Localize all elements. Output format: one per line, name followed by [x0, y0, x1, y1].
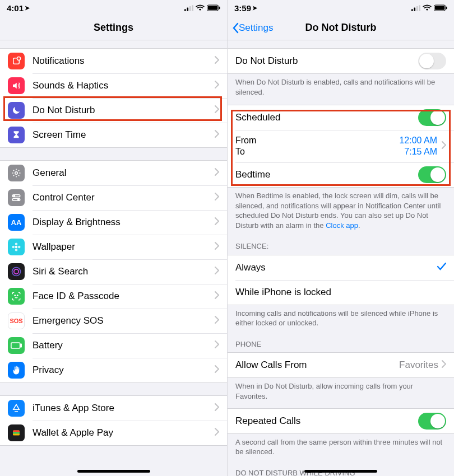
battery-icon — [207, 4, 220, 11]
chevron-right-icon — [215, 81, 219, 91]
dnd-list[interactable]: Do Not Disturb When Do Not Disturb is en… — [228, 40, 454, 476]
chevron-right-icon — [442, 360, 446, 370]
hand-icon — [8, 362, 25, 379]
settings-row-display[interactable]: AA Display & Brightness — [0, 210, 227, 235]
bedtime-toggle[interactable] — [418, 166, 446, 183]
section-header: SILENCE: — [228, 234, 454, 255]
chevron-right-icon — [215, 403, 219, 413]
chevron-right-icon — [215, 130, 219, 140]
row-label: Allow Calls From — [235, 360, 399, 371]
chevron-right-icon — [215, 56, 219, 66]
chevron-right-icon — [215, 168, 219, 178]
svg-point-19 — [12, 268, 21, 276]
footer-text: When Do Not Disturb is enabled, calls an… — [228, 74, 454, 100]
page-title: Settings — [94, 22, 133, 34]
status-time: 3:59 — [234, 3, 251, 13]
settings-row-siri[interactable]: Siri & Search — [0, 259, 227, 284]
section-header: DO NOT DISTURB WHILE DRIVING — [228, 460, 454, 476]
dnd-toggle-row[interactable]: Do Not Disturb — [228, 49, 454, 73]
svg-rect-29 — [414, 7, 415, 11]
row-label: Bedtime — [235, 169, 418, 180]
svg-rect-2 — [189, 6, 191, 11]
repeated-calls-row[interactable]: Repeated Calls — [228, 409, 454, 433]
footer-text: A second call from the same person withi… — [228, 434, 454, 460]
checkmark-icon — [437, 263, 446, 273]
clock-app-link[interactable]: Clock app — [326, 221, 358, 230]
bell-icon — [8, 53, 25, 69]
settings-row-privacy[interactable]: Privacy — [0, 358, 227, 382]
settings-group: General Control Center AA Display & Brig… — [0, 160, 227, 383]
row-label: Scheduled — [235, 112, 418, 123]
row-label: Always — [235, 262, 437, 273]
svg-point-13 — [18, 199, 19, 200]
battery-icon — [434, 4, 447, 11]
repeated-toggle[interactable] — [418, 413, 446, 430]
svg-point-22 — [17, 295, 18, 296]
dnd-group: Do Not Disturb When Do Not Disturb is en… — [228, 48, 454, 100]
wallet-icon — [8, 424, 25, 441]
footer-text: When Bedtime is enabled, the lock screen… — [228, 188, 454, 234]
row-label: Repeated Calls — [235, 416, 418, 427]
svg-rect-26 — [13, 431, 20, 432]
battery-icon — [8, 337, 25, 354]
settings-row-screentime[interactable]: Screen Time — [0, 123, 227, 147]
settings-row-controlcenter[interactable]: Control Center — [0, 185, 227, 210]
footer-text: Incoming calls and notifications will be… — [228, 305, 454, 332]
svg-point-20 — [14, 269, 18, 274]
settings-row-sounds[interactable]: Sounds & Haptics — [0, 73, 227, 98]
home-indicator[interactable] — [304, 470, 377, 473]
settings-list[interactable]: Notifications Sounds & Haptics Do Not Di… — [0, 40, 227, 476]
svg-rect-33 — [435, 6, 445, 10]
phone-group: PHONE Allow Calls From Favorites When in… — [228, 332, 454, 405]
repeated-group: Repeated Calls A second call from the sa… — [228, 408, 454, 460]
row-detail: Favorites — [399, 360, 438, 371]
silence-always-row[interactable]: Always — [228, 255, 454, 280]
scheduled-toggle[interactable] — [418, 109, 446, 126]
allow-calls-row[interactable]: Allow Calls From Favorites — [228, 353, 454, 377]
row-label: Emergency SOS — [33, 315, 215, 326]
dnd-toggle[interactable] — [418, 53, 446, 69]
navbar: Settings Do Not Disturb — [228, 16, 454, 40]
settings-row-sos[interactable]: SOS Emergency SOS — [0, 309, 227, 333]
row-label: Battery — [33, 340, 215, 351]
chevron-right-icon — [215, 365, 219, 375]
svg-point-14 — [15, 246, 18, 249]
scheduled-row[interactable]: Scheduled — [228, 105, 454, 130]
chevron-right-icon — [215, 105, 219, 115]
location-arrow-icon: ➤ — [252, 4, 257, 12]
settings-group: Notifications Sounds & Haptics Do Not Di… — [0, 48, 227, 148]
back-button[interactable]: Settings — [232, 16, 273, 40]
settings-row-battery[interactable]: Battery — [0, 333, 227, 358]
settings-row-general[interactable]: General — [0, 161, 227, 185]
row-label: Notifications — [33, 55, 215, 67]
appstore-icon — [8, 400, 25, 417]
settings-row-appstore[interactable]: iTunes & App Store — [0, 396, 227, 421]
settings-row-notifications[interactable]: Notifications — [0, 49, 227, 73]
switches-icon — [8, 189, 25, 206]
silence-locked-row[interactable]: While iPhone is locked — [228, 280, 454, 305]
chevron-right-icon — [215, 291, 219, 301]
status-bar: 3:59 ➤ — [228, 0, 454, 16]
settings-row-faceid[interactable]: Face ID & Passcode — [0, 284, 227, 309]
row-label: Face ID & Passcode — [33, 291, 215, 302]
from-to-row[interactable]: From 12:00 AM To 7:15 AM — [228, 130, 454, 162]
row-label: Privacy — [33, 365, 215, 376]
flower-icon — [8, 239, 25, 255]
moon-icon — [8, 102, 25, 119]
bedtime-row[interactable]: Bedtime — [228, 162, 454, 187]
svg-rect-5 — [208, 6, 218, 10]
row-label: Wallet & Apple Pay — [33, 427, 215, 438]
row-label: Wallpaper — [33, 241, 215, 253]
settings-row-wallpaper[interactable]: Wallpaper — [0, 235, 227, 259]
to-label: To — [235, 147, 404, 157]
home-indicator[interactable] — [77, 470, 150, 473]
settings-screen: 4:01 ➤ Settings Notifications — [0, 0, 227, 476]
svg-point-9 — [15, 172, 18, 175]
settings-row-dnd[interactable]: Do Not Disturb — [0, 98, 227, 123]
settings-row-wallet[interactable]: Wallet & Apple Pay — [0, 421, 227, 445]
svg-rect-1 — [187, 7, 188, 11]
chevron-right-icon — [215, 217, 219, 227]
svg-rect-6 — [219, 7, 220, 10]
svg-point-16 — [15, 249, 18, 251]
svg-point-8 — [17, 57, 21, 60]
